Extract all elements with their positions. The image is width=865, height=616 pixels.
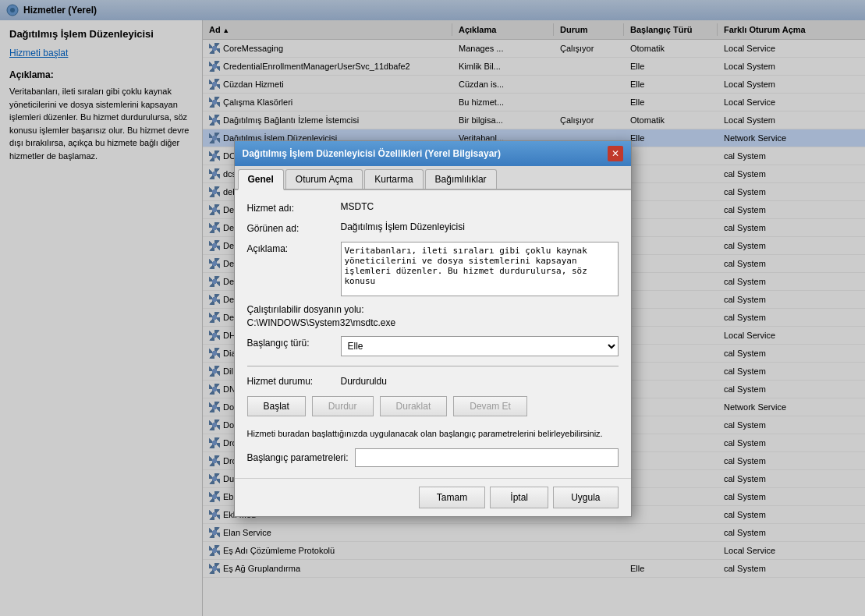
exec-path-value: C:\WINDOWS\System32\msdtc.exe bbox=[247, 317, 619, 328]
ok-button[interactable]: Tamam bbox=[419, 487, 485, 508]
tab-oturum-açma[interactable]: Oturum Açma bbox=[285, 169, 363, 189]
startup-type-label: Başlangıç türü: bbox=[247, 336, 341, 349]
service-name-field: Hizmet adı: MSDTC bbox=[247, 201, 619, 214]
tab-genel[interactable]: Genel bbox=[238, 169, 284, 190]
dialog-content: Hizmet adı: MSDTC Görünen ad: Dağıtılmış… bbox=[235, 190, 631, 478]
cancel-button[interactable]: İptal bbox=[490, 487, 548, 508]
service-name-label: Hizmet adı: bbox=[247, 201, 341, 214]
exec-path-section: Çalıştırılabilir dosyanın yolu: C:\WINDO… bbox=[247, 304, 619, 328]
dialog-title-bar: Dağıtılmış İşlem Düzenleyicisi Özellikle… bbox=[235, 141, 631, 166]
param-label: Başlangıç parametreleri: bbox=[247, 452, 349, 463]
resume-button[interactable]: Devam Et bbox=[453, 396, 527, 416]
status-label: Hizmet durumu: bbox=[247, 376, 341, 387]
dialog-bottom-buttons: Tamam İptal Uygula bbox=[235, 478, 631, 516]
status-section: Hizmet durumu: Durduruldu bbox=[247, 376, 619, 387]
service-name-value: MSDTC bbox=[341, 201, 619, 212]
dialog-title: Dağıtılmış İşlem Düzenleyicisi Özellikle… bbox=[243, 148, 501, 159]
dialog-divider bbox=[247, 366, 619, 366]
apply-button[interactable]: Uygula bbox=[553, 487, 618, 508]
tab-bağımlılıklar[interactable]: Bağımlılıklar bbox=[425, 169, 497, 189]
dialog-tabs: GenelOturum AçmaKurtarmaBağımlılıklar bbox=[235, 166, 631, 190]
stop-button[interactable]: Durdur bbox=[312, 396, 374, 416]
start-note: Hizmeti buradan başlattığınızda uygulana… bbox=[247, 427, 619, 441]
startup-type-field: Başlangıç türü: OtomatikElleDevre Dışı bbox=[247, 336, 619, 356]
startup-type-select[interactable]: OtomatikElleDevre Dışı bbox=[341, 336, 619, 356]
exec-path-label: Çalıştırılabilir dosyanın yolu: bbox=[247, 304, 619, 315]
display-name-field: Görünen ad: Dağıtılmış İşlem Düzenleyici… bbox=[247, 221, 619, 234]
display-name-value: Dağıtılmış İşlem Düzenleyicisi bbox=[341, 221, 619, 232]
param-section: Başlangıç parametreleri: bbox=[247, 448, 619, 467]
description-textarea[interactable] bbox=[341, 242, 619, 296]
display-name-label: Görünen ad: bbox=[247, 221, 341, 234]
description-field: Açıklama: bbox=[247, 242, 619, 296]
desc-label: Açıklama: bbox=[247, 242, 341, 254]
pause-button[interactable]: Duraklat bbox=[380, 396, 448, 416]
tab-kurtarma[interactable]: Kurtarma bbox=[364, 169, 423, 189]
action-buttons: Başlat Durdur Duraklat Devam Et bbox=[247, 396, 619, 416]
status-value: Durduruldu bbox=[341, 376, 387, 387]
param-input[interactable] bbox=[355, 448, 619, 467]
properties-dialog: Dağıtılmış İşlem Düzenleyicisi Özellikle… bbox=[234, 140, 632, 517]
start-button[interactable]: Başlat bbox=[247, 396, 306, 416]
dialog-close-button[interactable]: ✕ bbox=[608, 146, 623, 161]
modal-overlay: Dağıtılmış İşlem Düzenleyicisi Özellikle… bbox=[0, 0, 865, 616]
